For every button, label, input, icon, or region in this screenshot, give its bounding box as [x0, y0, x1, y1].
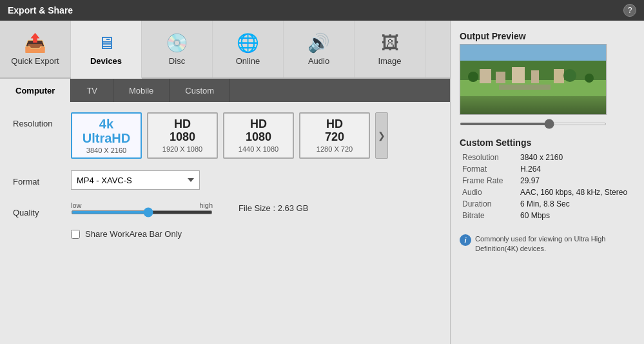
- subtab-computer-label: Computer: [15, 86, 55, 96]
- subtab-tv-label: TV: [86, 86, 97, 96]
- format-label: Format: [13, 170, 71, 187]
- preview-slider-wrapper: [460, 115, 607, 130]
- file-size-label-text: File Size :: [239, 203, 275, 213]
- tab-audio[interactable]: 🔊 Audio: [284, 21, 355, 77]
- tab-image[interactable]: 🖼 Image: [355, 21, 425, 77]
- res-hd1080a-sub: 1920 X 1080: [162, 145, 202, 153]
- table-row: Resolution 3840 x 2160: [460, 152, 635, 163]
- setting-key: Format: [460, 163, 518, 175]
- setting-key: Duration: [460, 198, 518, 210]
- disc-icon: 💿: [166, 32, 188, 54]
- setting-value: H.264: [518, 163, 635, 175]
- resolution-card-hd1080b[interactable]: HD 1080 1440 X 1080: [223, 112, 294, 159]
- resolution-cards: 4k UltraHD 3840 X 2160 HD 1080 1920 X 10: [71, 112, 388, 159]
- file-size-value: 2.63 GB: [278, 203, 309, 213]
- file-size-row: File Size : 2.63 GB: [239, 203, 308, 213]
- share-workarea-label[interactable]: Share WorkArea Bar Only: [85, 229, 182, 239]
- svg-point-10: [563, 69, 576, 82]
- chevron-right-icon: ❯: [378, 130, 385, 141]
- res-hd1080b-main: HD 1080: [246, 118, 271, 144]
- quality-slider-wrapper: low high: [71, 201, 213, 214]
- setting-key: Resolution: [460, 152, 518, 163]
- app-title: Export & Share: [8, 5, 73, 15]
- output-preview-title: Output Preview: [460, 31, 635, 41]
- tab-image-label: Image: [378, 56, 401, 66]
- tab-quick-export-label: Quick Export: [11, 56, 59, 66]
- resolution-card-4k[interactable]: 4k UltraHD 3840 X 2160: [71, 112, 142, 159]
- table-row: Bitrate 60 Mbps: [460, 210, 635, 221]
- resolution-scroll-right[interactable]: ❯: [375, 112, 388, 159]
- share-workarea-row: Share WorkArea Bar Only: [71, 229, 437, 239]
- subtab-custom[interactable]: Custom: [170, 79, 230, 102]
- info-icon: i: [460, 234, 471, 246]
- preview-image: [460, 44, 607, 115]
- online-icon: 🌐: [237, 32, 259, 54]
- help-button[interactable]: ?: [623, 4, 636, 17]
- info-box: i Commonly used for viewing on Ultra Hig…: [460, 234, 635, 254]
- info-text: Commonly used for viewing on Ultra High …: [475, 234, 635, 254]
- setting-value: 3840 x 2160: [518, 152, 635, 163]
- setting-value: 6 Min, 8.8 Sec: [518, 198, 635, 210]
- format-row: Format MP4 - XAVC-S MP4 - H.264 MOV - H.…: [13, 170, 437, 190]
- tab-disc[interactable]: 💿 Disc: [142, 21, 213, 77]
- table-row: Frame Rate 29.97: [460, 175, 635, 187]
- tab-disc-label: Disc: [169, 56, 185, 66]
- res-hd1080b-sub: 1440 X 1080: [239, 145, 278, 153]
- subtab-custom-label: Custom: [185, 86, 214, 96]
- quality-row: Quality low high File Size : 2.63 GB: [13, 201, 437, 218]
- setting-key: Audio: [460, 187, 518, 198]
- svg-rect-5: [512, 67, 525, 83]
- resolution-row: Resolution 4k UltraHD 3840 X 2160: [13, 112, 437, 159]
- main-content: 📤 Quick Export 🖥 Devices 💿 Disc 🌐 Online…: [0, 21, 644, 344]
- tab-quick-export[interactable]: 📤 Quick Export: [0, 21, 71, 77]
- svg-rect-4: [496, 72, 505, 83]
- app-window: Export & Share ? 📤 Quick Export 🖥 Device…: [0, 0, 644, 344]
- quick-export-icon: 📤: [24, 32, 46, 54]
- table-row: Format H.264: [460, 163, 635, 175]
- tab-devices[interactable]: 🖥 Devices: [71, 21, 142, 79]
- format-select[interactable]: MP4 - XAVC-S MP4 - H.264 MOV - H.264 AVI: [71, 170, 200, 190]
- title-bar: Export & Share ?: [0, 0, 644, 21]
- right-panel: Output Preview: [451, 21, 644, 344]
- svg-point-9: [468, 72, 478, 82]
- resolution-card-hd720[interactable]: HD 720 1280 X 720: [299, 112, 370, 159]
- setting-value: 60 Mbps: [518, 210, 635, 221]
- table-row: Audio AAC, 160 kbps, 48 kHz, Stereo: [460, 187, 635, 198]
- subtab-computer[interactable]: Computer: [0, 79, 71, 102]
- output-preview-section: Output Preview: [460, 31, 635, 130]
- svg-rect-12: [460, 96, 607, 115]
- settings-table: Resolution 3840 x 2160 Format H.264 Fram…: [460, 152, 635, 221]
- content-area: Resolution 4k UltraHD 3840 X 2160: [0, 102, 450, 344]
- tab-online[interactable]: 🌐 Online: [213, 21, 284, 77]
- devices-icon: 🖥: [97, 32, 115, 54]
- svg-rect-8: [499, 85, 551, 90]
- tab-online-label: Online: [236, 56, 260, 66]
- res-hd1080a-main: HD 1080: [170, 118, 195, 144]
- res-hd720-sub: 1280 X 720: [317, 145, 353, 153]
- quality-slider[interactable]: [71, 210, 213, 214]
- share-workarea-checkbox[interactable]: [71, 230, 80, 239]
- res-4k-main: 4k UltraHD: [83, 117, 130, 145]
- tab-audio-label: Audio: [308, 56, 329, 66]
- subtab-tv[interactable]: TV: [71, 79, 113, 102]
- resolution-label: Resolution: [13, 112, 71, 128]
- custom-settings-title: Custom Settings: [460, 137, 635, 148]
- svg-point-11: [585, 74, 594, 83]
- image-icon: 🖼: [381, 32, 399, 54]
- subtab-mobile[interactable]: Mobile: [113, 79, 170, 102]
- subtab-mobile-label: Mobile: [129, 86, 153, 96]
- tab-devices-label: Devices: [90, 56, 122, 66]
- res-hd720-main: HD 720: [325, 118, 344, 144]
- left-panel: 📤 Quick Export 🖥 Devices 💿 Disc 🌐 Online…: [0, 21, 451, 344]
- custom-settings-section: Custom Settings Resolution 3840 x 2160 F…: [460, 137, 635, 221]
- resolution-card-hd1080a[interactable]: HD 1080 1920 X 1080: [147, 112, 218, 159]
- sub-tabs-bar: Computer TV Mobile Custom: [0, 79, 450, 102]
- top-tabs-bar: 📤 Quick Export 🖥 Devices 💿 Disc 🌐 Online…: [0, 21, 450, 79]
- setting-key: Bitrate: [460, 210, 518, 221]
- svg-rect-3: [480, 69, 491, 83]
- res-4k-sub: 3840 X 2160: [86, 147, 126, 154]
- audio-icon: 🔊: [307, 32, 330, 54]
- preview-position-slider[interactable]: [460, 123, 607, 125]
- table-row: Duration 6 Min, 8.8 Sec: [460, 198, 635, 210]
- setting-value: AAC, 160 kbps, 48 kHz, Stereo: [518, 187, 635, 198]
